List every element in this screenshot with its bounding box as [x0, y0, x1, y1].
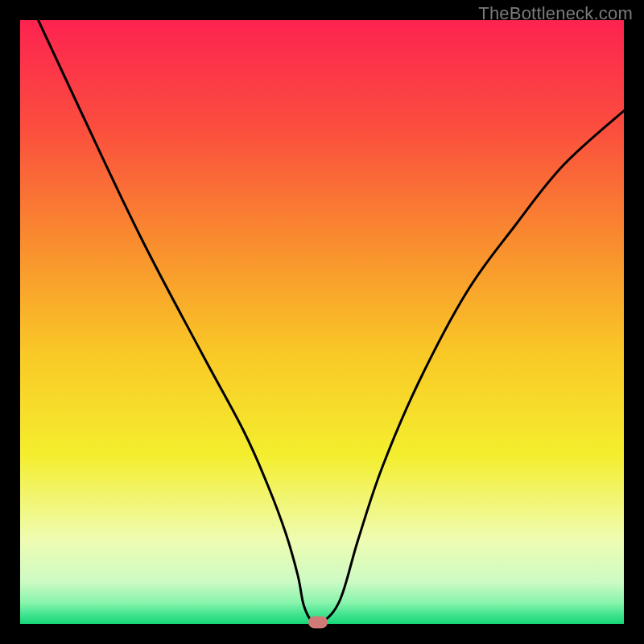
optimal-point-marker: [308, 616, 328, 628]
chart-container: TheBottleneck.com: [0, 0, 644, 644]
plot-area: [20, 20, 624, 624]
bottleneck-curve: [20, 20, 624, 624]
watermark-text: TheBottleneck.com: [478, 3, 633, 24]
